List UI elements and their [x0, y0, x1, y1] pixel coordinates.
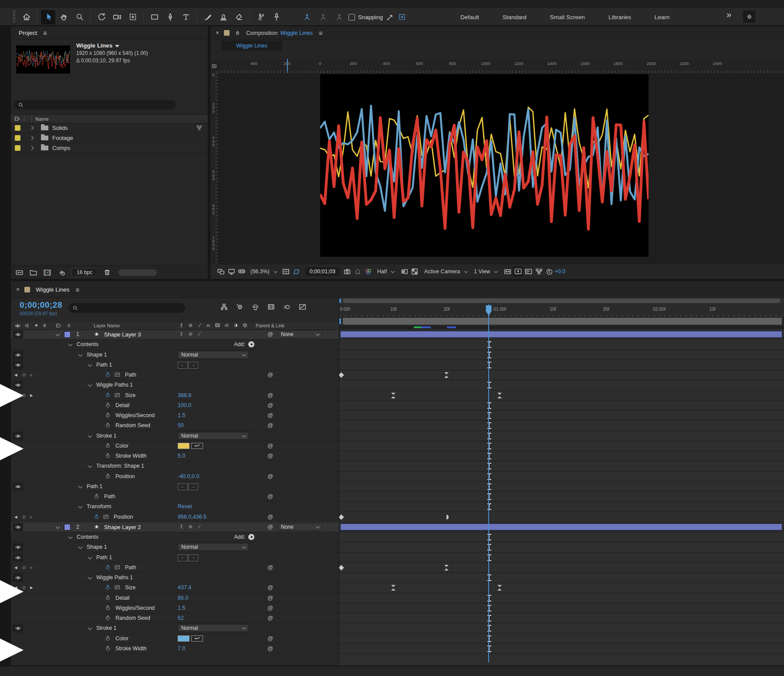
value-graph-icon[interactable] [115, 392, 120, 398]
eye-toggle[interactable] [13, 381, 23, 389]
row-controls[interactable]: Wiggle Paths 1 [11, 380, 339, 390]
current-time-indicator-line[interactable] [488, 304, 489, 662]
row-label[interactable]: Random Seed [115, 422, 150, 428]
property-row[interactable]: Detail100.0@ [11, 401, 784, 411]
stopwatch-icon[interactable] [105, 595, 111, 601]
row-track[interactable] [339, 411, 784, 421]
reset-exposure-icon[interactable] [544, 266, 554, 277]
horizontal-ruler[interactable]: 4002000200400600800100012001400160018002… [210, 59, 784, 74]
keyframe-diamond[interactable] [338, 372, 344, 378]
row-track[interactable] [339, 451, 784, 461]
path-direction-icon[interactable]: ← [178, 554, 188, 561]
layer-switch-icon[interactable] [179, 524, 184, 530]
row-label[interactable]: Transform: Shape 1 [96, 463, 144, 469]
graph-editor-icon[interactable] [298, 303, 307, 311]
layer-color-swatch[interactable] [64, 524, 71, 530]
brush-tool-icon[interactable] [200, 10, 215, 24]
property-value[interactable]: -40.0,0.0 [178, 473, 199, 479]
pickwhip-icon[interactable]: @ [267, 412, 273, 418]
layer-duration-bar[interactable] [340, 523, 782, 530]
row-label[interactable]: Shape Layer 2 [104, 524, 141, 530]
property-value[interactable]: 85.0 [178, 595, 188, 601]
row-track[interactable] [339, 330, 784, 340]
row-label[interactable]: Shape 1 [87, 352, 107, 358]
row-controls[interactable]: Stroke 1Normal [11, 431, 339, 441]
row-label[interactable]: Wiggle Paths 1 [96, 574, 133, 581]
region-of-interest-icon[interactable] [291, 266, 302, 277]
eye-toggle[interactable] [13, 574, 23, 582]
stopwatch-icon[interactable] [105, 473, 111, 479]
dropdown-normal[interactable]: Normal [178, 624, 249, 632]
row-label[interactable]: Path [104, 493, 115, 499]
eye-icon[interactable] [14, 323, 21, 329]
parent-link-column-header[interactable]: Parent & Link [256, 323, 284, 328]
chevron-expand-icon[interactable] [88, 575, 92, 580]
property-value[interactable]: 5.0 [178, 453, 185, 459]
prev-keyframe-icon[interactable]: ◀ [14, 515, 17, 519]
property-row[interactable]: Wiggle Paths 1 [11, 573, 784, 583]
eye-toggle[interactable] [13, 330, 23, 339]
composition-mini-flowchart-icon[interactable] [220, 303, 228, 311]
row-track[interactable] [339, 380, 784, 390]
drag-handle[interactable] [13, 10, 15, 24]
value-graph-icon[interactable] [115, 372, 120, 377]
render-engine-icon[interactable] [57, 268, 66, 277]
target-region-icon[interactable] [399, 266, 409, 277]
label-column-icon[interactable] [14, 115, 20, 122]
selection-tool-icon[interactable] [41, 10, 55, 24]
row-controls[interactable]: Path 1←→ [11, 553, 339, 563]
row-label[interactable]: Color [115, 443, 128, 449]
row-track[interactable] [339, 532, 784, 542]
prev-keyframe-icon[interactable]: ◀ [14, 565, 17, 570]
row-controls[interactable]: ◀◇▶Size388.8@ [11, 391, 339, 401]
ruler-origin-button[interactable] [210, 59, 218, 73]
path-direction-icon[interactable]: → [188, 483, 198, 490]
view-count-dropdown[interactable]: 1 View [474, 268, 497, 275]
project-item-footage[interactable]: Footage [11, 133, 208, 143]
row-controls[interactable]: Path@ [11, 492, 339, 502]
eye-toggle[interactable] [13, 543, 23, 551]
chevron-expand-icon[interactable] [88, 464, 92, 468]
row-label[interactable]: Path [125, 372, 136, 378]
keyframe-hourglass[interactable] [391, 585, 396, 591]
property-row[interactable]: Path 1←→ [11, 360, 784, 370]
world-axis-mode-icon[interactable] [316, 10, 330, 24]
home-tool-icon[interactable] [19, 10, 34, 24]
row-track[interactable] [339, 350, 784, 360]
row-controls[interactable]: Color@ [11, 441, 339, 451]
chevron-right-icon[interactable] [30, 136, 34, 140]
next-keyframe-icon[interactable]: ▶ [30, 515, 33, 519]
next-keyframe-icon[interactable]: ▶ [30, 393, 33, 397]
property-row[interactable]: Shape 1Normal [11, 542, 784, 552]
trash-icon[interactable] [103, 268, 111, 276]
always-preview-icon[interactable] [216, 266, 226, 277]
property-row[interactable]: Stroke Width5.0@ [11, 451, 784, 461]
row-controls[interactable]: Stroke Width7.0@ [11, 644, 339, 654]
keyframe-hourglass[interactable] [497, 393, 502, 398]
transparency-grid-icon[interactable] [409, 266, 420, 277]
row-track[interactable] [339, 360, 784, 370]
path-direction-icon[interactable]: → [188, 554, 198, 561]
row-controls[interactable]: 1★Shape Layer 3@None [11, 330, 339, 340]
work-area-bar[interactable] [339, 317, 784, 326]
row-label[interactable]: Path 1 [96, 362, 112, 368]
chevron-expand-icon[interactable] [68, 342, 73, 346]
eye-toggle[interactable] [13, 523, 23, 531]
pickwhip-icon[interactable]: @ [267, 564, 273, 571]
layer-switch-icon[interactable] [196, 524, 202, 530]
row-label[interactable]: Random Seed [115, 615, 150, 621]
row-track[interactable] [339, 553, 784, 563]
camera-tool-icon[interactable] [110, 10, 124, 24]
row-track[interactable] [339, 623, 784, 633]
value-graph-icon[interactable] [115, 584, 120, 590]
stopwatch-icon[interactable] [105, 635, 111, 641]
property-row[interactable]: Detail85.0@ [11, 593, 784, 603]
property-value[interactable]: 50 [178, 422, 184, 428]
layer-switch-icon[interactable] [188, 524, 193, 530]
property-row[interactable]: ◀◇▶Path@ [11, 563, 784, 573]
row-controls[interactable]: 2★Shape Layer 2@None [11, 522, 339, 532]
chevron-expand-icon[interactable] [88, 555, 92, 559]
panel-menu-icon[interactable]: ≡ [75, 286, 79, 293]
eye-toggle[interactable] [13, 624, 23, 632]
keyframe-hourglass[interactable] [497, 585, 502, 591]
